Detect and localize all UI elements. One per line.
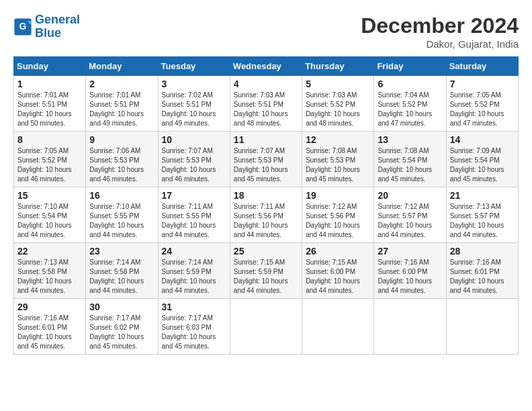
calendar-cell: 25 Sunrise: 7:15 AM Sunset: 5:59 PM Dayl…	[230, 243, 302, 299]
day-info: Sunrise: 7:10 AM Sunset: 5:55 PM Dayligh…	[89, 202, 154, 240]
calendar-cell: 13 Sunrise: 7:08 AM Sunset: 5:54 PM Dayl…	[374, 132, 446, 187]
calendar-cell: 22 Sunrise: 7:13 AM Sunset: 5:58 PM Dayl…	[14, 243, 86, 299]
day-info: Sunrise: 7:08 AM Sunset: 5:54 PM Dayligh…	[378, 146, 442, 184]
calendar-cell: 19 Sunrise: 7:12 AM Sunset: 5:56 PM Dayl…	[302, 187, 374, 243]
day-number: 16	[89, 190, 154, 201]
calendar-cell: 12 Sunrise: 7:08 AM Sunset: 5:53 PM Dayl…	[302, 132, 374, 187]
day-number: 20	[378, 190, 442, 201]
calendar-cell	[230, 299, 302, 355]
day-info: Sunrise: 7:12 AM Sunset: 5:56 PM Dayligh…	[306, 202, 370, 240]
logo-text: General Blue	[35, 13, 80, 40]
day-number: 21	[450, 190, 515, 201]
calendar-week-2: 8 Sunrise: 7:05 AM Sunset: 5:52 PM Dayli…	[14, 132, 519, 187]
day-info: Sunrise: 7:01 AM Sunset: 5:51 PM Dayligh…	[17, 91, 82, 128]
day-info: Sunrise: 7:15 AM Sunset: 5:59 PM Dayligh…	[234, 258, 298, 295]
day-number: 10	[162, 134, 226, 145]
calendar-cell: 24 Sunrise: 7:14 AM Sunset: 5:59 PM Dayl…	[158, 243, 230, 299]
day-number: 6	[378, 79, 442, 89]
day-info: Sunrise: 7:01 AM Sunset: 5:51 PM Dayligh…	[89, 91, 154, 128]
day-info: Sunrise: 7:11 AM Sunset: 5:55 PM Dayligh…	[162, 202, 226, 240]
calendar-cell: 26 Sunrise: 7:15 AM Sunset: 6:00 PM Dayl…	[302, 243, 374, 299]
calendar-cell: 18 Sunrise: 7:11 AM Sunset: 5:56 PM Dayl…	[230, 187, 302, 243]
day-number: 26	[306, 246, 370, 257]
day-number: 1	[17, 79, 82, 89]
day-number: 17	[162, 190, 226, 201]
day-info: Sunrise: 7:02 AM Sunset: 5:51 PM Dayligh…	[162, 91, 226, 128]
calendar-cell	[302, 299, 374, 355]
day-info: Sunrise: 7:07 AM Sunset: 5:53 PM Dayligh…	[162, 146, 226, 184]
day-info: Sunrise: 7:17 AM Sunset: 6:03 PM Dayligh…	[162, 314, 226, 351]
calendar-cell: 28 Sunrise: 7:16 AM Sunset: 6:01 PM Dayl…	[446, 243, 518, 299]
day-number: 28	[450, 246, 515, 257]
calendar-cell	[374, 299, 446, 355]
day-info: Sunrise: 7:05 AM Sunset: 5:52 PM Dayligh…	[450, 91, 515, 128]
day-number: 14	[450, 134, 515, 145]
day-info: Sunrise: 7:10 AM Sunset: 5:54 PM Dayligh…	[17, 202, 82, 240]
calendar-week-4: 22 Sunrise: 7:13 AM Sunset: 5:58 PM Dayl…	[14, 243, 519, 299]
calendar-cell: 21 Sunrise: 7:13 AM Sunset: 5:57 PM Dayl…	[446, 187, 518, 243]
day-info: Sunrise: 7:13 AM Sunset: 5:58 PM Dayligh…	[17, 258, 82, 295]
calendar-body: 1 Sunrise: 7:01 AM Sunset: 5:51 PM Dayli…	[14, 76, 519, 355]
day-number: 25	[234, 246, 298, 257]
logo-icon: G	[13, 17, 32, 36]
day-number: 22	[17, 246, 82, 257]
day-number: 30	[89, 302, 154, 312]
day-number: 5	[306, 79, 370, 89]
day-number: 23	[89, 246, 154, 257]
title-block: December 2024 Dakor, Gujarat, India	[361, 13, 519, 50]
day-info: Sunrise: 7:13 AM Sunset: 5:57 PM Dayligh…	[450, 202, 515, 240]
day-number: 9	[89, 134, 154, 145]
day-info: Sunrise: 7:16 AM Sunset: 6:01 PM Dayligh…	[17, 314, 82, 351]
weekday-wednesday: Wednesday	[230, 57, 302, 76]
weekday-header-row: SundayMondayTuesdayWednesdayThursdayFrid…	[14, 57, 519, 76]
day-number: 15	[17, 190, 82, 201]
calendar-cell: 8 Sunrise: 7:05 AM Sunset: 5:52 PM Dayli…	[14, 132, 86, 187]
day-info: Sunrise: 7:11 AM Sunset: 5:56 PM Dayligh…	[234, 202, 298, 240]
calendar-cell: 7 Sunrise: 7:05 AM Sunset: 5:52 PM Dayli…	[446, 76, 518, 132]
day-info: Sunrise: 7:12 AM Sunset: 5:57 PM Dayligh…	[378, 202, 442, 240]
weekday-sunday: Sunday	[14, 57, 86, 76]
calendar-table: SundayMondayTuesdayWednesdayThursdayFrid…	[13, 56, 519, 355]
day-number: 24	[162, 246, 226, 257]
day-info: Sunrise: 7:16 AM Sunset: 6:00 PM Dayligh…	[378, 258, 442, 295]
calendar-cell	[446, 299, 518, 355]
day-info: Sunrise: 7:05 AM Sunset: 5:52 PM Dayligh…	[17, 146, 82, 184]
calendar-cell: 11 Sunrise: 7:07 AM Sunset: 5:53 PM Dayl…	[230, 132, 302, 187]
page-header: G General Blue December 2024 Dakor, Guja…	[13, 13, 519, 50]
calendar-cell: 3 Sunrise: 7:02 AM Sunset: 5:51 PM Dayli…	[158, 76, 230, 132]
calendar-cell: 16 Sunrise: 7:10 AM Sunset: 5:55 PM Dayl…	[86, 187, 158, 243]
logo: G General Blue	[13, 13, 80, 40]
weekday-thursday: Thursday	[302, 57, 374, 76]
weekday-saturday: Saturday	[446, 57, 518, 76]
calendar-cell: 10 Sunrise: 7:07 AM Sunset: 5:53 PM Dayl…	[158, 132, 230, 187]
day-info: Sunrise: 7:07 AM Sunset: 5:53 PM Dayligh…	[234, 146, 298, 184]
calendar-cell: 31 Sunrise: 7:17 AM Sunset: 6:03 PM Dayl…	[158, 299, 230, 355]
day-number: 7	[450, 79, 515, 89]
calendar-cell: 1 Sunrise: 7:01 AM Sunset: 5:51 PM Dayli…	[14, 76, 86, 132]
month-title: December 2024	[361, 13, 519, 38]
day-info: Sunrise: 7:16 AM Sunset: 6:01 PM Dayligh…	[450, 258, 515, 295]
day-number: 18	[234, 190, 298, 201]
day-info: Sunrise: 7:17 AM Sunset: 6:02 PM Dayligh…	[89, 314, 154, 351]
weekday-tuesday: Tuesday	[158, 57, 230, 76]
calendar-cell: 15 Sunrise: 7:10 AM Sunset: 5:54 PM Dayl…	[14, 187, 86, 243]
calendar-cell: 30 Sunrise: 7:17 AM Sunset: 6:02 PM Dayl…	[86, 299, 158, 355]
calendar-cell: 29 Sunrise: 7:16 AM Sunset: 6:01 PM Dayl…	[14, 299, 86, 355]
day-number: 2	[89, 79, 154, 89]
day-number: 13	[378, 134, 442, 145]
day-number: 19	[306, 190, 370, 201]
weekday-monday: Monday	[86, 57, 158, 76]
day-number: 3	[162, 79, 226, 89]
calendar-cell: 6 Sunrise: 7:04 AM Sunset: 5:52 PM Dayli…	[374, 76, 446, 132]
calendar-week-1: 1 Sunrise: 7:01 AM Sunset: 5:51 PM Dayli…	[14, 76, 519, 132]
day-info: Sunrise: 7:03 AM Sunset: 5:51 PM Dayligh…	[234, 91, 298, 128]
calendar-cell: 14 Sunrise: 7:09 AM Sunset: 5:54 PM Dayl…	[446, 132, 518, 187]
day-info: Sunrise: 7:08 AM Sunset: 5:53 PM Dayligh…	[306, 146, 370, 184]
calendar-cell: 5 Sunrise: 7:03 AM Sunset: 5:52 PM Dayli…	[302, 76, 374, 132]
day-number: 31	[162, 302, 226, 312]
day-number: 8	[17, 134, 82, 145]
day-number: 29	[17, 302, 82, 312]
calendar-cell: 17 Sunrise: 7:11 AM Sunset: 5:55 PM Dayl…	[158, 187, 230, 243]
calendar-week-5: 29 Sunrise: 7:16 AM Sunset: 6:01 PM Dayl…	[14, 299, 519, 355]
day-info: Sunrise: 7:09 AM Sunset: 5:54 PM Dayligh…	[450, 146, 515, 184]
